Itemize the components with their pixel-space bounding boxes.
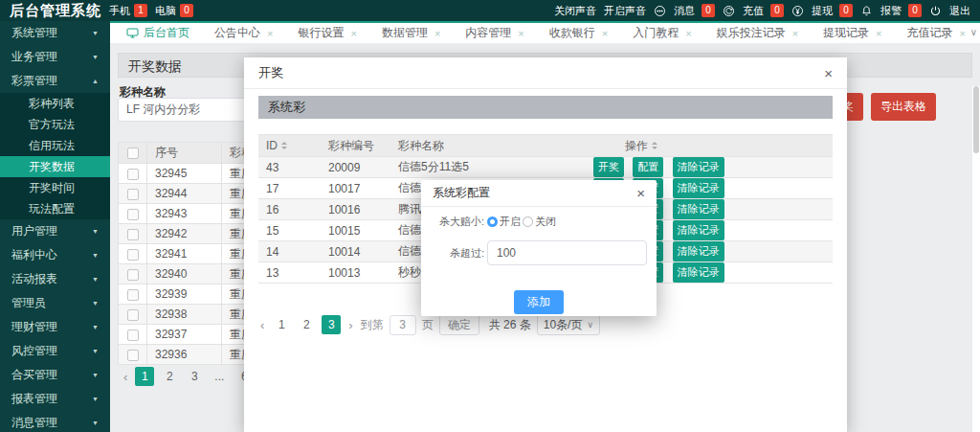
seq-cell: 32945 bbox=[147, 164, 222, 184]
sort-icon[interactable] bbox=[281, 139, 287, 152]
row-checkbox[interactable] bbox=[127, 229, 139, 240]
page-size-select[interactable]: 10条/页 ∨ bbox=[537, 314, 600, 335]
tab[interactable]: 数据管理 × bbox=[369, 23, 453, 43]
sidebar-item[interactable]: 彩种列表 bbox=[0, 93, 110, 114]
code-cell: 10013 bbox=[321, 262, 390, 284]
tab-close-icon[interactable]: × bbox=[792, 28, 798, 39]
sidebar-item[interactable]: 业务管理 ▼ bbox=[0, 45, 110, 69]
sidebar-item[interactable]: 系统管理 ▼ bbox=[0, 21, 110, 45]
sidebar-item[interactable]: 开奖数据 bbox=[0, 156, 110, 177]
kill-exceed-input[interactable] bbox=[487, 240, 647, 265]
radio-on-label[interactable]: 开启 bbox=[500, 215, 521, 229]
clear-records-button[interactable]: 清除记录 bbox=[673, 157, 724, 177]
tab[interactable]: 后台首页 × bbox=[114, 23, 202, 43]
tab-close-icon[interactable]: × bbox=[876, 28, 881, 39]
withdraw-icon[interactable] bbox=[791, 5, 804, 17]
select-all-checkbox[interactable] bbox=[127, 148, 139, 159]
sidebar-item[interactable]: 信用玩法 bbox=[0, 135, 110, 156]
tab-close-icon[interactable]: × bbox=[685, 28, 691, 39]
tab-close-icon[interactable]: × bbox=[350, 28, 356, 39]
sidebar-item[interactable]: 福利中心 ▼ bbox=[0, 243, 110, 267]
tab[interactable]: 提现记录 × bbox=[811, 23, 894, 43]
tab-close-icon[interactable]: × bbox=[518, 28, 523, 39]
radio-on-icon[interactable] bbox=[487, 216, 498, 227]
draw-button[interactable]: 开奖 bbox=[593, 157, 624, 177]
clear-records-button[interactable]: 清除记录 bbox=[673, 241, 724, 261]
tab-overflow-chevron-icon[interactable]: ∨ bbox=[970, 27, 977, 37]
tab-close-icon[interactable]: × bbox=[960, 28, 966, 39]
radio-off-label[interactable]: 关闭 bbox=[535, 215, 556, 229]
config-modal-close-icon[interactable]: × bbox=[636, 186, 645, 200]
clear-records-button[interactable]: 清除记录 bbox=[673, 199, 724, 219]
row-checkbox[interactable] bbox=[127, 330, 139, 341]
sidebar-item[interactable]: 报表管理 ▼ bbox=[0, 387, 110, 411]
tab[interactable]: 娱乐投注记录 × bbox=[704, 23, 811, 43]
power-icon[interactable] bbox=[929, 5, 942, 17]
sound-on-link[interactable]: 开启声音 bbox=[604, 4, 646, 18]
tab[interactable]: 银行设置 × bbox=[285, 23, 368, 43]
logout-link[interactable]: 退出 bbox=[949, 4, 970, 18]
modal-confirm-page-button[interactable]: 确定 bbox=[439, 314, 479, 335]
modal-page-number-button[interactable]: 2 bbox=[297, 315, 316, 334]
vertical-scrollbar[interactable] bbox=[972, 86, 980, 432]
page-number-button[interactable]: ... bbox=[210, 367, 229, 386]
sidebar-item[interactable]: 开奖时间 bbox=[0, 177, 110, 198]
sound-off-link[interactable]: 关闭声音 bbox=[554, 4, 596, 18]
tab[interactable]: 入门教程 × bbox=[620, 23, 703, 43]
sidebar-item[interactable]: 玩法配置 bbox=[0, 198, 110, 219]
tab[interactable]: 公告中心 × bbox=[202, 23, 285, 43]
export-table-button[interactable]: 导出表格 bbox=[871, 93, 936, 121]
tab-close-icon[interactable]: × bbox=[267, 28, 273, 39]
radio-off-icon[interactable] bbox=[523, 216, 533, 227]
tab[interactable]: 内容管理 × bbox=[453, 23, 536, 43]
modal-jump-to-label: 到第 bbox=[361, 317, 384, 333]
modal-jump-page-input[interactable] bbox=[390, 315, 416, 335]
id-column-header[interactable]: ID bbox=[258, 135, 321, 157]
message-item[interactable]: 消息 0 bbox=[674, 4, 715, 18]
sidebar-item[interactable]: 活动报表 ▼ bbox=[0, 267, 110, 291]
row-checkbox[interactable] bbox=[127, 350, 139, 361]
row-checkbox[interactable] bbox=[127, 289, 139, 301]
clear-records-button[interactable]: 清除记录 bbox=[673, 262, 724, 283]
tab-close-icon[interactable]: × bbox=[434, 28, 440, 39]
sidebar-item[interactable]: 管理员 ▼ bbox=[0, 291, 110, 315]
page-number-button[interactable]: 3 bbox=[185, 367, 204, 386]
prev-page-button[interactable]: ‹ bbox=[122, 370, 129, 384]
sidebar-item[interactable]: 理财管理 ▼ bbox=[0, 315, 110, 339]
recharge-item[interactable]: 充值 0 bbox=[743, 4, 784, 18]
scrollbar-thumb[interactable] bbox=[973, 86, 979, 153]
sort-icon[interactable] bbox=[652, 139, 657, 152]
row-checkbox[interactable] bbox=[127, 249, 139, 261]
bell-icon[interactable] bbox=[860, 5, 873, 17]
row-checkbox[interactable] bbox=[127, 309, 139, 321]
sidebar-item[interactable]: 彩票管理 ▲ bbox=[0, 69, 110, 93]
tab[interactable]: 充值记录 × bbox=[895, 23, 978, 43]
tab-close-icon[interactable]: × bbox=[602, 28, 608, 39]
row-checkbox[interactable] bbox=[127, 209, 139, 220]
sidebar-item[interactable]: 合买管理 ▼ bbox=[0, 363, 110, 387]
draw-modal-close-icon[interactable]: × bbox=[824, 66, 833, 80]
modal-page-number-button[interactable]: 1 bbox=[272, 315, 291, 334]
sidebar-item[interactable]: 风控管理 ▼ bbox=[0, 339, 110, 363]
message-icon[interactable] bbox=[654, 5, 666, 17]
config-button[interactable]: 配置 bbox=[633, 157, 663, 177]
page-number-button[interactable]: 1 bbox=[135, 367, 154, 386]
withdraw-item[interactable]: 提现 0 bbox=[812, 4, 853, 18]
modal-prev-page-button[interactable]: ‹ bbox=[258, 318, 266, 332]
modal-next-page-button[interactable]: › bbox=[346, 318, 354, 332]
modal-page-number-button[interactable]: 3 bbox=[322, 315, 341, 334]
sidebar-item[interactable]: 用户管理 ▼ bbox=[0, 219, 110, 243]
sidebar-item[interactable]: 官方玩法 bbox=[0, 114, 110, 135]
add-button[interactable]: 添加 bbox=[514, 290, 564, 314]
recharge-icon[interactable] bbox=[723, 5, 735, 17]
tab[interactable]: 收款银行 × bbox=[537, 23, 620, 43]
clear-records-button[interactable]: 清除记录 bbox=[673, 178, 724, 198]
clear-records-button[interactable]: 清除记录 bbox=[673, 220, 724, 240]
op-column-header[interactable]: 操作 bbox=[522, 135, 833, 157]
row-checkbox[interactable] bbox=[127, 189, 139, 200]
alarm-item[interactable]: 报警 0 bbox=[880, 4, 922, 18]
row-checkbox[interactable] bbox=[127, 269, 139, 281]
row-checkbox[interactable] bbox=[127, 169, 139, 180]
page-number-button[interactable]: 2 bbox=[160, 367, 179, 386]
sidebar-item[interactable]: 消息管理 ▼ bbox=[0, 411, 110, 432]
